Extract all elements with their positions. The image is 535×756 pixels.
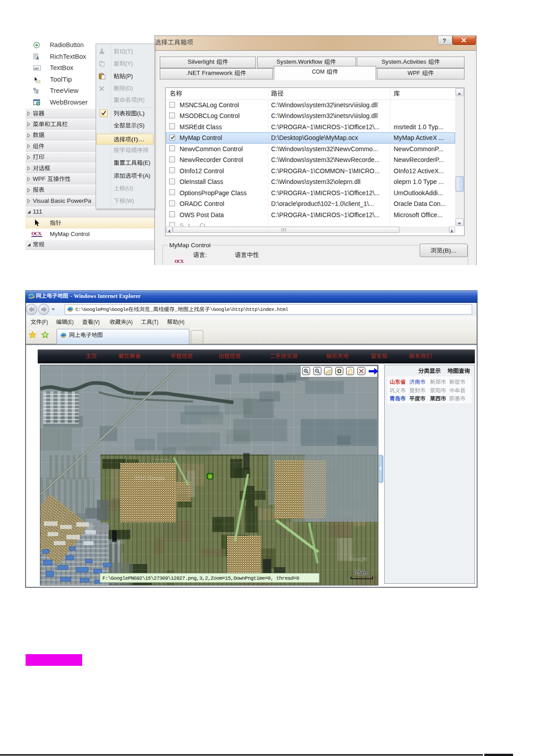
svg-text:(B)...: (B)... bbox=[443, 247, 456, 253]
svg-text:(R): (R) bbox=[137, 96, 145, 103]
svg-text:System.Activities: System.Activities bbox=[382, 58, 426, 65]
svg-text:TextBox: TextBox bbox=[50, 65, 73, 72]
svg-text:abl: abl bbox=[34, 66, 39, 70]
svg-text:(H): (H) bbox=[178, 319, 184, 325]
svg-text:ToolTip: ToolTip bbox=[50, 76, 72, 83]
svg-text:TreeView: TreeView bbox=[50, 87, 79, 95]
svg-text:(A): (A) bbox=[126, 319, 132, 325]
svg-text:(F): (F) bbox=[42, 319, 48, 325]
svg-text:(D): (D) bbox=[125, 85, 133, 92]
svg-text:(A): (A) bbox=[143, 172, 150, 179]
svg-text:COM: COM bbox=[312, 68, 325, 75]
svg-text:(Y): (Y) bbox=[125, 60, 133, 67]
svg-text:(I)...: (I)... bbox=[131, 136, 145, 143]
svg-text:.NET Framework: .NET Framework bbox=[186, 70, 232, 76]
svg-text:(E): (E) bbox=[143, 159, 150, 166]
svg-text:(E): (E) bbox=[67, 319, 74, 325]
svg-text:RadioButton: RadioButton bbox=[50, 41, 83, 48]
svg-text:MyMap Control: MyMap Control bbox=[50, 231, 90, 237]
svg-text:(L): (L) bbox=[137, 110, 145, 117]
svg-text:(V): (V) bbox=[93, 319, 100, 325]
svg-text:WPF: WPF bbox=[408, 70, 420, 76]
svg-text:(T): (T) bbox=[152, 319, 158, 325]
svg-text:WebBrowser: WebBrowser bbox=[50, 99, 88, 106]
svg-text:A: A bbox=[35, 56, 39, 60]
svg-text:(T): (T) bbox=[125, 48, 133, 55]
svg-text:RichTextBox: RichTextBox bbox=[50, 53, 86, 60]
svg-text:(W): (W) bbox=[125, 197, 134, 204]
svg-text:(P): (P) bbox=[125, 73, 133, 79]
svg-text:(S): (S) bbox=[137, 122, 145, 129]
svg-text:(U): (U) bbox=[125, 185, 133, 192]
svg-text:Visual Basic PowerPa: Visual Basic PowerPa bbox=[33, 197, 92, 204]
svg-text:MyMap Control: MyMap Control bbox=[169, 241, 210, 248]
svg-text::: : bbox=[205, 251, 207, 258]
svg-text:111: 111 bbox=[33, 209, 42, 215]
svg-text:WPF: WPF bbox=[33, 175, 45, 182]
svg-text:Silverlight: Silverlight bbox=[188, 58, 215, 65]
svg-text:System.Workflow: System.Workflow bbox=[276, 58, 323, 65]
